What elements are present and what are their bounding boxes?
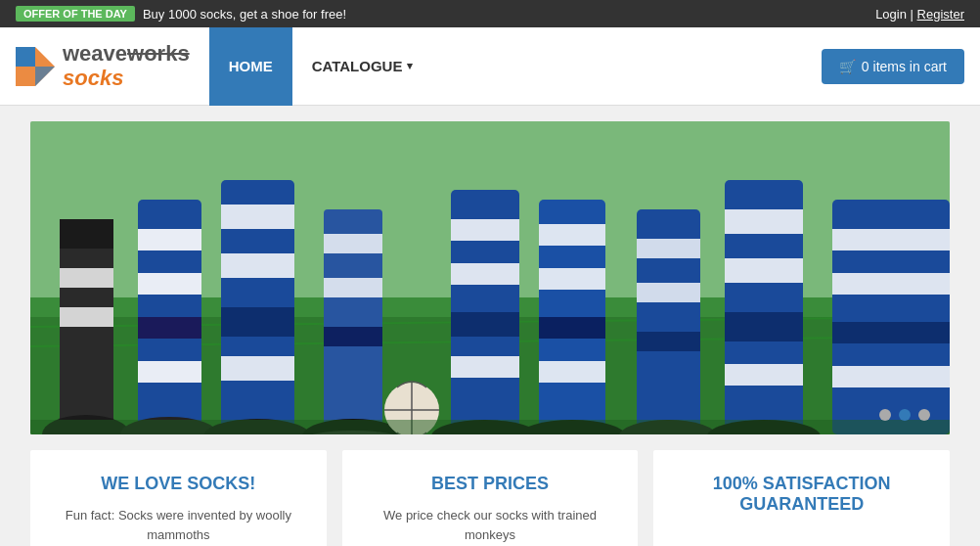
carousel-dot-2[interactable] [899,409,911,421]
feature-1-title: WE LOVE SOCKS! [50,474,307,494]
carousel-dots [879,409,930,421]
svg-rect-42 [539,268,605,290]
svg-rect-61 [832,366,950,387]
separator: | [911,7,917,22]
svg-rect-36 [451,263,519,285]
nav-catalogue[interactable]: CATALOGUE ▾ [292,27,433,106]
svg-rect-17 [138,361,201,383]
svg-rect-15 [138,273,201,295]
feature-2-text: We price check our socks with trained mo… [362,506,619,544]
svg-rect-47 [637,239,700,258]
svg-rect-54 [725,312,803,341]
svg-rect-10 [60,268,113,288]
svg-rect-62 [30,420,950,434]
offer-badge: OFFER OF THE DAY [16,6,135,22]
svg-rect-59 [832,273,950,295]
offer-section: OFFER OF THE DAY Buy 1000 socks, get a s… [16,6,346,22]
svg-rect-52 [725,209,803,234]
svg-rect-28 [324,327,382,346]
svg-rect-14 [138,229,201,250]
carousel-dot-3[interactable] [918,409,930,421]
svg-rect-41 [539,224,605,246]
feature-3-title: 100% SATISFACTION GUARANTEED [673,474,930,515]
svg-rect-55 [725,364,803,386]
svg-rect-9 [60,219,113,249]
svg-rect-43 [539,317,605,339]
hero-carousel [30,121,950,434]
logo-socks: socks [63,66,123,90]
svg-rect-20 [221,205,294,229]
svg-rect-21 [221,253,294,278]
cart-button[interactable]: 🛒 0 items in cart [822,49,964,84]
register-link[interactable]: Register [917,7,964,22]
nav-links: HOME CATALOGUE ▾ [209,27,433,106]
svg-rect-44 [539,361,605,383]
svg-rect-49 [637,332,700,351]
svg-rect-27 [324,278,382,297]
svg-rect-26 [324,234,382,253]
svg-rect-11 [60,307,113,327]
cart-icon: 🛒 [839,59,856,74]
carousel-dot-1[interactable] [879,409,891,421]
svg-rect-37 [451,312,519,337]
feature-satisfaction: 100% SATISFACTION GUARANTEED [653,450,950,546]
svg-rect-48 [637,283,700,302]
svg-rect-38 [451,356,519,378]
svg-marker-1 [16,47,35,67]
nav-home[interactable]: HOME [209,27,292,106]
svg-rect-60 [832,322,950,343]
logo-icon [16,47,55,86]
auth-links: Login | Register [875,7,964,22]
logo-works: works [127,41,190,66]
cart-label: 0 items in cart [862,59,947,74]
offer-message: Buy 1000 socks, get a shoe for free! [143,7,346,22]
navbar: weaveworks socks HOME CATALOGUE ▾ 🛒 0 it… [0,27,980,106]
svg-rect-22 [221,307,294,337]
svg-rect-58 [832,229,950,250]
logo-text: weaveworks socks [63,42,190,89]
features-section: WE LOVE SOCKS! Fun fact: Socks were inve… [30,450,950,546]
feature-2-title: BEST PRICES [362,474,619,494]
logo-weave: weave [63,41,127,66]
svg-rect-35 [451,219,519,241]
feature-love-socks: WE LOVE SOCKS! Fun fact: Socks were inve… [30,450,327,546]
top-banner: OFFER OF THE DAY Buy 1000 socks, get a s… [0,0,980,27]
svg-marker-2 [35,67,55,86]
hero-image [30,121,950,434]
svg-rect-16 [138,317,201,339]
dropdown-arrow-icon: ▾ [407,60,413,72]
svg-rect-23 [221,356,294,381]
login-link[interactable]: Login [875,7,907,22]
navbar-left: weaveworks socks HOME CATALOGUE ▾ [16,27,432,106]
catalogue-label: CATALOGUE [312,58,403,74]
feature-1-text: Fun fact: Socks were invented by woolly … [50,506,307,544]
logo[interactable]: weaveworks socks [16,42,190,89]
feature-best-prices: BEST PRICES We price check our socks wit… [342,450,639,546]
svg-rect-53 [725,258,803,283]
